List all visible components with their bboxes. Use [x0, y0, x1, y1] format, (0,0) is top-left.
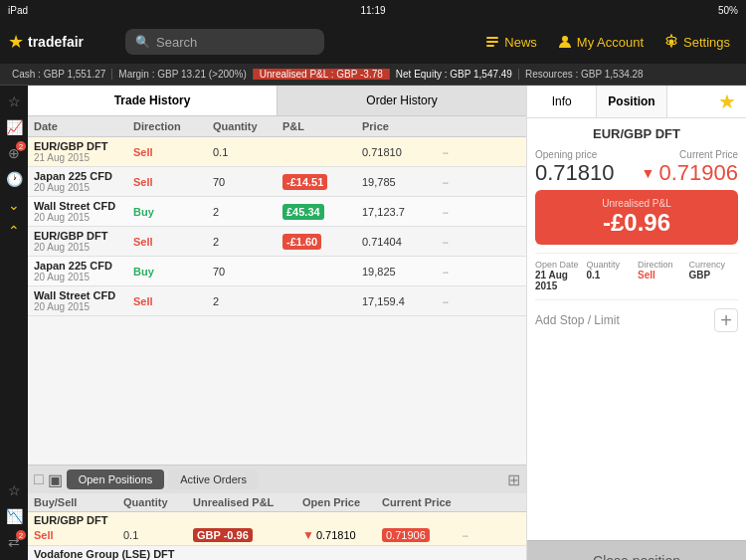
- svg-rect-1: [486, 41, 498, 43]
- row-menu[interactable]: ···: [442, 144, 471, 160]
- col-actions: [442, 120, 471, 132]
- search-icon: 🔍: [135, 35, 150, 49]
- row-price: 0.71810: [362, 146, 442, 158]
- svg-point-4: [669, 40, 674, 45]
- sidebar-chevron-down-icon[interactable]: ⌄: [2, 193, 26, 217]
- row-menu[interactable]: ···: [442, 234, 471, 250]
- col-direction: Direction: [133, 120, 213, 132]
- pos-pnl: GBP -0.96: [193, 528, 302, 542]
- row-direction: Sell: [133, 176, 213, 188]
- carrier-label: iPad: [8, 5, 28, 16]
- row-quantity: 70: [213, 266, 282, 278]
- sidebar-badge-icon[interactable]: ⊕ 2: [2, 141, 26, 165]
- pos-col-open: Open Price: [302, 496, 382, 508]
- sidebar-star-icon[interactable]: ☆: [2, 90, 26, 113]
- layers-icon[interactable]: ▣: [48, 470, 63, 489]
- pos-col-pnl: Unrealised P&L: [193, 496, 302, 508]
- col-quantity: Quantity: [213, 120, 282, 132]
- news-button[interactable]: News: [476, 30, 545, 54]
- sidebar-chart-icon[interactable]: 📈: [2, 115, 26, 139]
- sidebar-line-chart-icon[interactable]: 📉: [2, 504, 26, 528]
- tab-info[interactable]: Info: [527, 86, 597, 117]
- pos-menu[interactable]: ···: [462, 527, 491, 543]
- search-box[interactable]: 🔍 Search: [125, 29, 324, 55]
- top-nav-bar: ★ tradefair 🔍 Search News My Account Set…: [0, 20, 746, 64]
- row-menu[interactable]: ···: [442, 174, 471, 190]
- table-row[interactable]: Wall Street CFD 20 Aug 2015 Sell 2 17,15…: [28, 286, 526, 316]
- current-price-label: Current Price: [642, 149, 738, 160]
- opening-price-label: Opening price: [535, 149, 615, 160]
- svg-point-3: [562, 36, 568, 42]
- right-panel: Info Position ★ EUR/GBP DFT Opening pric…: [527, 86, 746, 560]
- close-position-button[interactable]: Close position: [527, 540, 746, 560]
- table-row[interactable]: EUR/GBP DFT 20 Aug 2015 Sell 2 -£1.60 0.…: [28, 227, 526, 257]
- table-row[interactable]: EUR/GBP DFT 21 Aug 2015 Sell 0.1 0.71810…: [28, 137, 526, 167]
- main-tabs: Trade History Order History: [28, 86, 526, 116]
- main-content: ☆ 📈 ⊕ 2 🕐 ⌄ ⌃ ☆ 📉 ⇄ 2 ℹ Trade History Or…: [0, 86, 746, 560]
- instrument-title: EUR/GBP DFT: [535, 126, 738, 141]
- row-price: 17,159.4: [362, 295, 442, 307]
- table-row[interactable]: Japan 225 CFD 20 Aug 2015 Buy 70 19,825 …: [28, 257, 526, 286]
- row-direction: Sell: [133, 146, 213, 158]
- row-instrument: Wall Street CFD 20 Aug 2015: [34, 200, 133, 223]
- square-icon[interactable]: □: [34, 470, 44, 488]
- net-equity-status: Net Equity : GBP 1,547.49: [390, 69, 519, 80]
- unrealised-status: Unrealised P&L : GBP -3.78: [254, 69, 390, 80]
- col-pnl: P&L: [282, 120, 362, 132]
- account-label: My Account: [577, 35, 644, 50]
- news-label: News: [504, 35, 537, 50]
- row-menu[interactable]: ···: [442, 204, 471, 220]
- row-menu[interactable]: ···: [442, 264, 471, 280]
- account-button[interactable]: My Account: [549, 30, 652, 54]
- resources-status: Resources : GBP 1,534.28: [519, 69, 650, 80]
- sidebar: ☆ 📈 ⊕ 2 🕐 ⌄ ⌃ ☆ 📉 ⇄ 2 ℹ: [0, 86, 28, 560]
- unrealised-pnl-value: -£0.96: [543, 209, 730, 237]
- logo-area: ★ tradefair: [8, 31, 117, 53]
- tab-trade-history[interactable]: Trade History: [28, 86, 278, 115]
- table-row[interactable]: Wall Street CFD 20 Aug 2015 Buy 2 £45.34…: [28, 197, 526, 227]
- bottom-panel: □ ▣ Open Positions Active Orders ⊞ Buy/S…: [28, 465, 526, 560]
- row-instrument: EUR/GBP DFT 21 Aug 2015: [34, 140, 133, 163]
- row-quantity: 2: [213, 295, 282, 307]
- tab-position[interactable]: Position: [597, 86, 666, 117]
- row-instrument: Japan 225 CFD 20 Aug 2015: [34, 260, 133, 282]
- col-date: Date: [34, 120, 133, 132]
- battery-label: 50%: [718, 5, 738, 16]
- pos-col-qty: Quantity: [123, 496, 193, 508]
- row-quantity: 2: [213, 206, 282, 218]
- pos-quantity: 0.1: [123, 529, 193, 541]
- svg-rect-0: [486, 37, 498, 39]
- positions-row[interactable]: Vodafone Group (LSE) DFT Buy 1 GBP -2.82…: [28, 546, 526, 560]
- settings-button[interactable]: Settings: [655, 30, 738, 54]
- active-orders-tab[interactable]: Active Orders: [168, 469, 259, 489]
- tab-star[interactable]: ★: [667, 86, 746, 117]
- sidebar-info-circle-icon[interactable]: ℹ: [2, 556, 26, 560]
- center-panel: Trade History Order History Date Directi…: [28, 86, 527, 560]
- sidebar-chevron-up-icon[interactable]: ⌃: [2, 219, 26, 243]
- pos-col-current: Current Price: [382, 496, 462, 508]
- row-price: 19,785: [362, 176, 442, 188]
- sidebar-empty-icon[interactable]: ☆: [2, 478, 26, 502]
- add-stop-button[interactable]: +: [714, 308, 738, 332]
- table-header: Date Direction Quantity P&L Price: [28, 116, 526, 137]
- open-positions-tab[interactable]: Open Positions: [67, 469, 165, 489]
- pos-open-price: ▼ 0.71810: [302, 528, 382, 542]
- table-row[interactable]: Japan 225 CFD 20 Aug 2015 Sell 70 -£14.5…: [28, 167, 526, 197]
- row-direction: Sell: [133, 236, 213, 248]
- positions-row[interactable]: EUR/GBP DFT Sell 0.1 GBP -0.96 ▼ 0.71810…: [28, 512, 526, 546]
- right-panel-tabs: Info Position ★: [527, 86, 746, 118]
- grid-view-icon[interactable]: ⊞: [507, 470, 520, 489]
- row-direction: Sell: [133, 295, 213, 307]
- row-instrument: Wall Street CFD 20 Aug 2015: [34, 289, 133, 312]
- row-direction: Buy: [133, 206, 213, 218]
- row-menu[interactable]: ···: [442, 293, 471, 309]
- sidebar-trade-badge-icon[interactable]: ⇄ 2: [2, 530, 26, 554]
- detail-quantity: Quantity 0.1: [587, 260, 637, 291]
- row-quantity: 0.1: [213, 146, 282, 158]
- tab-order-history[interactable]: Order History: [278, 86, 526, 115]
- pos-col-actions: [462, 496, 491, 508]
- col-price: Price: [362, 120, 442, 132]
- row-instrument: EUR/GBP DFT 20 Aug 2015: [34, 230, 133, 253]
- sidebar-clock-icon[interactable]: 🕐: [2, 167, 26, 191]
- row-pnl: £45.34: [282, 205, 362, 219]
